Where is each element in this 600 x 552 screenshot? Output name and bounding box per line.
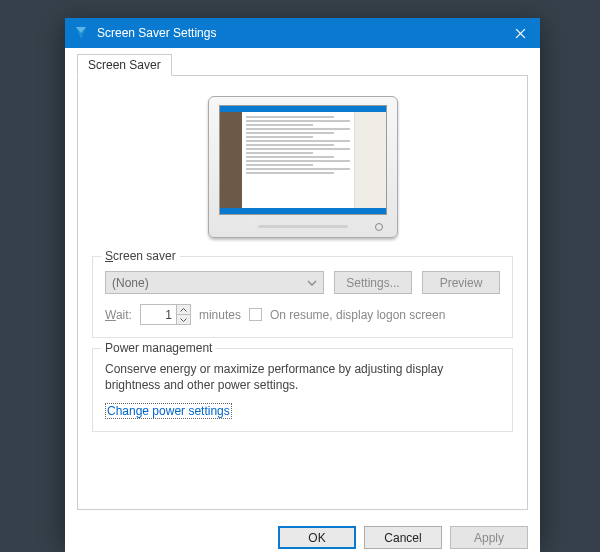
power-group: Power management Conserve energy or maxi…	[92, 348, 513, 432]
change-power-settings-link[interactable]: Change power settings	[105, 403, 232, 419]
window-title: Screen Saver Settings	[97, 26, 500, 40]
tab-panel: Screen saver (None) Settings... Preview …	[77, 75, 528, 510]
dialog-body: Screen Saver	[65, 48, 540, 516]
resume-label: On resume, display logon screen	[270, 308, 445, 322]
chevron-up-icon	[180, 308, 187, 312]
resume-checkbox[interactable]	[249, 308, 262, 321]
wait-spinner[interactable]	[140, 304, 191, 325]
power-description: Conserve energy or maximize performance …	[105, 361, 500, 393]
screensaver-group: Screen saver (None) Settings... Preview …	[92, 256, 513, 338]
preview-area	[92, 90, 513, 256]
spinner-down-button[interactable]	[176, 314, 191, 325]
titlebar: Screen Saver Settings	[65, 18, 540, 48]
close-button[interactable]	[500, 18, 540, 48]
ok-button[interactable]: OK	[278, 526, 356, 549]
screensaver-select[interactable]: (None)	[105, 271, 324, 294]
monitor-screen	[219, 105, 387, 215]
wait-unit-label: minutes	[199, 308, 241, 322]
cancel-button[interactable]: Cancel	[364, 526, 442, 549]
wait-label: Wait:	[105, 308, 132, 322]
wait-input[interactable]	[140, 304, 176, 325]
chevron-down-icon	[307, 277, 317, 291]
app-icon	[73, 25, 89, 41]
tabstrip: Screen Saver	[77, 54, 528, 76]
close-icon	[515, 28, 526, 39]
power-group-title: Power management	[101, 341, 216, 355]
apply-button: Apply	[450, 526, 528, 549]
chevron-down-icon	[180, 318, 187, 322]
spinner-up-button[interactable]	[176, 304, 191, 314]
settings-button: Settings...	[334, 271, 412, 294]
screensaver-selected-value: (None)	[112, 276, 149, 290]
screensaver-group-title: Screen saver	[101, 249, 180, 263]
tab-screen-saver[interactable]: Screen Saver	[77, 54, 172, 76]
preview-button: Preview	[422, 271, 500, 294]
monitor-preview	[208, 96, 398, 238]
screen-saver-dialog: Screen Saver Settings Screen Saver	[65, 18, 540, 543]
dialog-footer: OK Cancel Apply	[65, 516, 540, 552]
